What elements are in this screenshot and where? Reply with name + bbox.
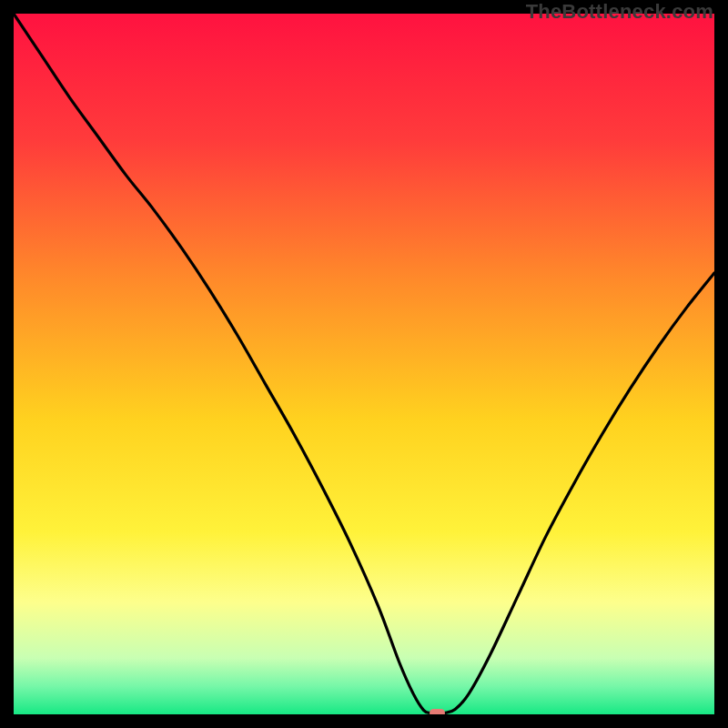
- optimum-marker: [430, 709, 445, 714]
- bottleneck-curve: [14, 14, 714, 714]
- source-watermark: TheBottleneck.com: [526, 0, 713, 24]
- chart-frame: TheBottleneck.com: [0, 0, 728, 728]
- plot-area: [14, 14, 714, 714]
